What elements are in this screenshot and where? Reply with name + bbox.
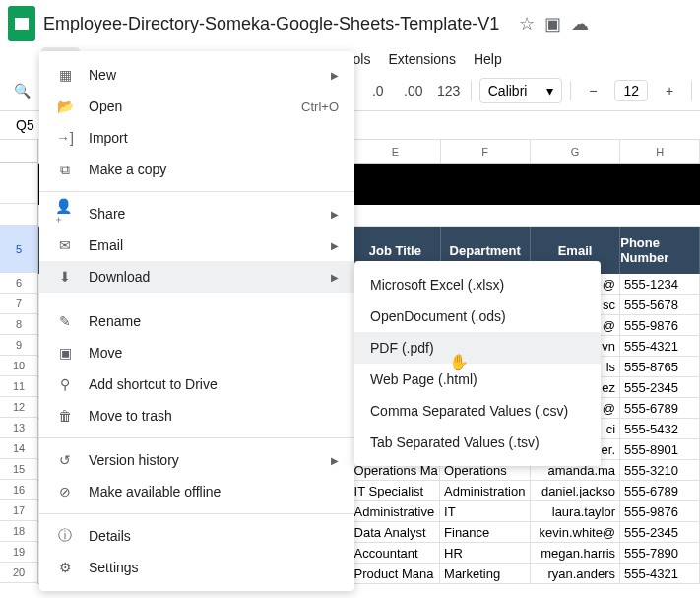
row-header[interactable]: 19 (0, 542, 37, 563)
row-headers: 5 67891011121314151617181920 (0, 140, 38, 584)
cell-phone[interactable]: 555-9876 (620, 315, 700, 335)
menu-help[interactable]: Help (466, 47, 510, 71)
cell-phone[interactable]: 555-2345 (620, 522, 700, 542)
menu-open[interactable]: 📂OpenCtrl+O (39, 91, 354, 122)
cell-dept[interactable]: Marketing (440, 564, 531, 583)
row-header[interactable]: 6 (0, 273, 37, 294)
sheets-logo[interactable] (8, 6, 35, 41)
font-size-input[interactable]: 12 (614, 80, 648, 101)
cell-phone[interactable]: 555-8765 (620, 357, 700, 376)
cell-job[interactable]: Data Analyst (350, 522, 441, 542)
row-header-5[interactable]: 5 (0, 226, 37, 273)
info-icon: ⓘ (55, 526, 75, 546)
chevron-right-icon: ▶ (331, 70, 339, 81)
search-icon[interactable]: 🔍 (8, 77, 35, 104)
move-folder-icon[interactable]: ▣ (544, 13, 561, 34)
chevron-right-icon: ▶ (331, 455, 339, 466)
row-header[interactable]: 10 (0, 356, 37, 376)
cell-phone[interactable]: 555-6789 (620, 398, 700, 418)
copy-icon: ⧉ (55, 160, 75, 179)
menu-version-history[interactable]: ↺Version history▶ (39, 444, 354, 476)
cell-dept[interactable]: IT (440, 501, 531, 521)
download-tsv[interactable]: Tab Separated Values (.tsv) (354, 427, 601, 458)
menu-offline[interactable]: ⊘Make available offline (39, 476, 354, 507)
shortcut-label: Ctrl+O (301, 100, 339, 114)
row-header[interactable]: 12 (0, 397, 37, 418)
menu-details[interactable]: ⓘDetails (39, 520, 354, 552)
col-header-g[interactable]: G (531, 140, 620, 163)
menu-email[interactable]: ✉Email▶ (39, 230, 354, 261)
download-ods[interactable]: OpenDocument (.ods) (354, 300, 601, 332)
cell-phone[interactable]: 555-8901 (620, 439, 700, 459)
increase-decimal-button[interactable]: .00 (400, 77, 427, 104)
menu-new[interactable]: ▦New▶ (39, 59, 354, 91)
menu-add-shortcut[interactable]: ⚲Add shortcut to Drive (39, 368, 354, 400)
row-header[interactable]: 8 (0, 314, 37, 335)
format-number-button[interactable]: 123 (435, 77, 463, 104)
cell-phone[interactable]: 555-4321 (620, 564, 700, 583)
chevron-right-icon: ▶ (331, 272, 339, 283)
row-header[interactable] (0, 163, 37, 204)
row-header[interactable]: 11 (0, 376, 37, 397)
doc-title[interactable]: Employee-Directory-Someka-Google-Sheets-… (43, 14, 499, 34)
decrease-font-button[interactable]: − (579, 77, 606, 104)
download-html[interactable]: Web Page (.html) (354, 364, 601, 395)
cell-email[interactable]: megan.harris (531, 543, 621, 563)
row-header[interactable]: 16 (0, 480, 37, 500)
col-header-h[interactable]: H (620, 140, 700, 163)
menu-trash[interactable]: 🗑Move to trash (39, 400, 354, 432)
menu-settings[interactable]: ⚙Settings (39, 552, 354, 583)
row-header[interactable]: 7 (0, 294, 37, 314)
select-all-corner[interactable] (0, 140, 37, 163)
trash-icon: 🗑 (55, 406, 75, 426)
cell-phone[interactable]: 555-2345 (620, 377, 700, 397)
cell-phone[interactable]: 555-7890 (620, 543, 700, 563)
cell-phone[interactable]: 555-9876 (620, 501, 700, 521)
row-header[interactable]: 20 (0, 563, 37, 583)
row-header[interactable]: 9 (0, 335, 37, 356)
download-icon: ⬇ (55, 267, 75, 287)
row-header[interactable]: 18 (0, 521, 37, 542)
row-header[interactable]: 13 (0, 418, 37, 438)
row-header[interactable]: 14 (0, 438, 37, 459)
cell-email[interactable]: laura.taylor (531, 501, 621, 521)
col-header-f[interactable]: F (441, 140, 531, 163)
history-icon: ↺ (55, 450, 75, 470)
cell-phone[interactable]: 555-6789 (620, 481, 700, 500)
menu-rename[interactable]: ✎Rename (39, 305, 354, 337)
cell-phone[interactable]: 555-3210 (620, 460, 700, 480)
cell-job[interactable]: Product Mana (350, 564, 441, 583)
menu-share[interactable]: 👤⁺Share▶ (39, 198, 354, 230)
row-header[interactable] (0, 204, 37, 226)
menu-extensions[interactable]: Extensions (380, 47, 463, 71)
shortcut-icon: ⚲ (55, 374, 75, 394)
star-icon[interactable]: ☆ (519, 13, 535, 34)
cell-email[interactable]: ryan.anders (531, 564, 621, 583)
cell-dept[interactable]: HR (440, 543, 531, 563)
row-header[interactable]: 17 (0, 500, 37, 521)
download-pdf[interactable]: PDF (.pdf) (354, 332, 601, 364)
cell-dept[interactable]: Finance (440, 522, 531, 542)
font-select[interactable]: Calibri▾ (479, 78, 563, 103)
col-header-e[interactable]: E (350, 140, 440, 163)
increase-font-button[interactable]: + (656, 77, 683, 104)
download-csv[interactable]: Comma Separated Values (.csv) (354, 395, 601, 427)
cell-phone[interactable]: 555-4321 (620, 336, 700, 356)
menu-download[interactable]: ⬇Download▶ (39, 261, 354, 293)
cell-email[interactable]: kevin.white@ (531, 522, 621, 542)
cell-email[interactable]: daniel.jackso (531, 481, 621, 500)
cell-phone[interactable]: 555-5678 (620, 295, 700, 314)
cell-job[interactable]: Administrative (350, 501, 441, 521)
menu-import[interactable]: →]Import (39, 122, 354, 154)
menu-move[interactable]: ▣Move (39, 337, 354, 368)
menu-make-copy[interactable]: ⧉Make a copy (39, 154, 354, 185)
cell-job[interactable]: IT Specialist (350, 481, 441, 500)
cell-job[interactable]: Accountant (350, 543, 441, 563)
row-header[interactable]: 15 (0, 459, 37, 480)
decrease-decimal-button[interactable]: .0 (364, 77, 392, 104)
cell-dept[interactable]: Administration (440, 481, 531, 500)
download-xlsx[interactable]: Microsoft Excel (.xlsx) (354, 269, 601, 300)
cloud-icon[interactable]: ☁ (571, 13, 589, 34)
cell-phone[interactable]: 555-1234 (620, 274, 700, 294)
cell-phone[interactable]: 555-5432 (620, 419, 700, 438)
